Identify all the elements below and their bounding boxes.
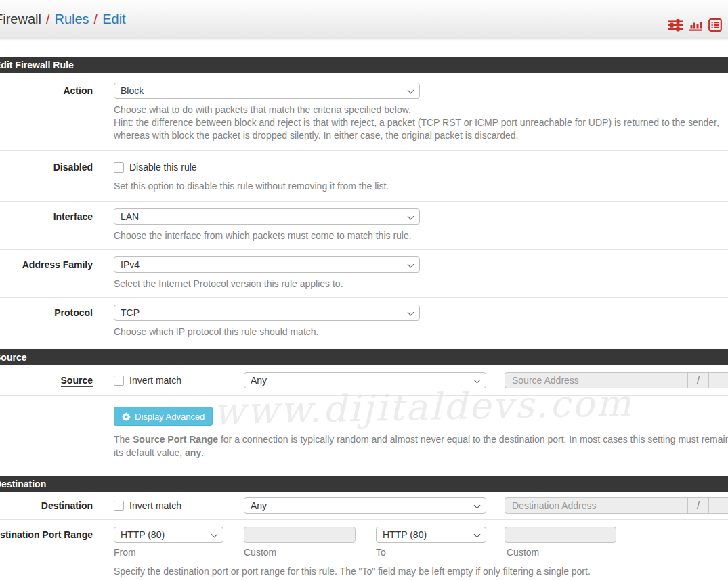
port-from-select[interactable]: HTTP (80) [114,527,223,543]
panel-title-source: Source [0,349,728,365]
bar-chart-icon[interactable] [689,18,702,32]
chevron-down-icon [211,531,218,538]
protocol-help: Choose which IP protocol this rule shoul… [114,326,420,338]
address-family-help: Select the Internet Protocol version thi… [114,277,420,290]
disable-rule-checkbox-label: Disable this rule [129,162,197,173]
gear-icon [122,412,131,421]
port-to-custom-input[interactable] [505,527,616,543]
destination-invert-label: Invert match [129,500,181,511]
chevron-down-icon [408,309,414,316]
page: www.dijitaldevs.com Firewall/Rules/Edit [0,0,728,580]
protocol-label: Protocol [0,305,93,338]
display-advanced-button[interactable]: Display Advanced [114,407,213,426]
sliders-icon[interactable] [668,18,683,32]
disable-rule-checkbox[interactable] [114,162,124,173]
panel-title-edit-firewall-rule: Edit Firewall Rule [0,57,728,73]
header-action-icons [668,18,722,32]
source-invert-label: Invert match [129,375,181,386]
source-advanced-row: Display Advanced The Source Port Range f… [0,395,728,472]
destination-mask-separator: / [687,498,708,513]
port-from-custom-caption: Custom [244,547,376,558]
port-to-select-value: HTTP (80) [383,529,427,540]
breadcrumb-separator: / [46,12,50,26]
action-row: Action Block Choose what to do with pack… [0,73,728,150]
action-select-value: Block [121,85,144,96]
chevron-down-icon [474,502,481,509]
disabled-row: Disabled Disable this rule Set this opti… [0,150,728,201]
source-mask-select[interactable] [708,373,728,388]
destination-port-range-row: Destination Port Range HTTP (80) HTTP (8… [0,519,728,580]
interface-select-value: LAN [121,211,139,222]
destination-label: Destination [0,497,93,514]
action-select[interactable]: Block [114,83,420,99]
breadcrumb-link-edit[interactable]: Edit [102,12,125,26]
breadcrumb-section: Firewall [0,12,41,26]
source-address-group: Source Address / [505,372,728,388]
address-family-select-value: IPv4 [121,259,140,270]
source-invert-checkbox[interactable] [114,376,124,386]
port-to-caption: To [376,547,507,558]
source-address-placeholder: Source Address [512,375,579,386]
action-label: Action [0,83,93,142]
port-to-custom-caption: Custom [507,547,618,558]
disabled-help: Set this option to disable this rule wit… [114,180,389,193]
port-from-select-value: HTTP (80) [121,529,165,540]
chevron-down-icon [474,531,481,538]
address-family-row: Address Family IPv4 Select the Internet … [0,249,728,297]
list-panel-icon[interactable] [708,18,722,32]
destination-port-range-label: Destination Port Range [0,527,93,577]
breadcrumb-bar: Firewall/Rules/Edit [0,0,728,39]
interface-help: Choose the interface from which packets … [114,229,420,242]
interface-label: Interface [0,208,93,242]
source-address-input[interactable]: Source Address [505,373,687,388]
destination-address-group: Destination Address / [505,497,728,514]
interface-select[interactable]: LAN [114,208,420,225]
port-range-captions: From Custom To Custom [114,547,618,558]
protocol-row: Protocol TCP Choose which IP protocol th… [0,297,728,345]
display-advanced-label: Display Advanced [135,411,205,422]
source-port-range-help: The Source Port Range for a connection i… [114,432,728,460]
destination-row: Destination Invert match Any Destination… [0,492,728,519]
breadcrumb-separator: / [94,12,98,26]
destination-port-range-help: Specify the destination port or port ran… [114,566,618,577]
destination-address-placeholder: Destination Address [512,500,597,511]
chevron-down-icon [408,87,414,94]
port-from-custom-input[interactable] [244,527,356,543]
disabled-label: Disabled [0,159,93,193]
chevron-down-icon [474,377,481,384]
destination-invert-checkbox[interactable] [114,501,124,511]
breadcrumb: Firewall/Rules/Edit [0,12,126,27]
chevron-down-icon [408,213,414,220]
source-label: Source [0,372,93,388]
panel-title-destination: Destination [0,476,728,492]
breadcrumb-link-rules[interactable]: Rules [54,12,89,26]
interface-row: Interface LAN Choose the interface from … [0,201,728,249]
chevron-down-icon [408,261,414,268]
source-mask-separator: / [687,373,708,388]
destination-mask-select[interactable] [708,498,728,513]
port-from-caption: From [114,547,244,558]
destination-type-select-value: Any [251,500,267,511]
protocol-select-value: TCP [121,307,140,318]
protocol-select[interactable]: TCP [114,305,420,321]
action-help: Choose what to do with packets that matc… [114,104,719,142]
source-row: Source Invert match Any Source Address / [0,365,728,395]
address-family-label: Address Family [0,256,93,290]
destination-type-select[interactable]: Any [244,497,486,514]
destination-address-input[interactable]: Destination Address [505,498,687,513]
port-to-select[interactable]: HTTP (80) [376,527,486,543]
source-type-select-value: Any [251,375,267,386]
address-family-select[interactable]: IPv4 [114,256,420,273]
source-type-select[interactable]: Any [244,372,486,388]
